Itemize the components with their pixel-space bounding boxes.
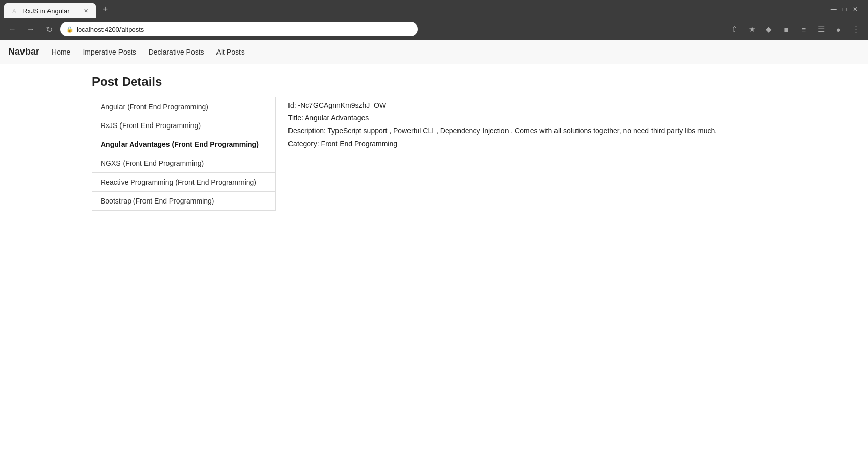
navbar: Navbar Home Imperative Posts Declarative… [0, 40, 868, 64]
post-id-label: Id: [288, 101, 298, 109]
address-bar-row: ← → ↻ 🔒 localhost:4200/altposts ⇧ ★ ◆ ■ … [0, 18, 868, 40]
url-text: localhost:4200/altposts [77, 26, 144, 33]
toolbar-right: ⇧ ★ ◆ ■ ≡ ☰ ● ⋮ [727, 22, 863, 36]
list-item[interactable]: Bootstrap (Front End Programming) [92, 192, 275, 210]
post-title-line: Title: Angular Advantages [288, 112, 776, 124]
bookmark-icon[interactable]: ★ [744, 22, 759, 36]
profile-icon[interactable]: ● [831, 22, 846, 36]
post-description-line: Description: TypeScript support , Powerf… [288, 124, 776, 137]
back-button[interactable]: ← [5, 22, 19, 36]
list-item[interactable]: Angular (Front End Programming) [92, 97, 275, 116]
active-tab[interactable]: A RxJS in Angular ✕ [4, 3, 96, 18]
window-controls: — □ ✕ [831, 6, 864, 13]
extension3-icon[interactable]: ≡ [797, 22, 811, 36]
list-item[interactable]: Reactive Programming (Front End Programm… [92, 173, 275, 192]
post-description-value: TypeScript support , Powerful CLI , Depe… [328, 126, 717, 135]
page-title: Post Details [92, 74, 776, 89]
nav-link-imperative-posts[interactable]: Imperative Posts [83, 46, 136, 58]
list-item[interactable]: NGXS (Front End Programming) [92, 154, 275, 173]
extension2-icon[interactable]: ■ [779, 22, 793, 36]
post-description-label: Description: [288, 126, 328, 135]
navbar-brand: Navbar [8, 46, 39, 57]
tab-title: RxJS in Angular [22, 7, 70, 15]
maximize-button[interactable]: □ [843, 6, 847, 13]
menu-icon[interactable]: ⋮ [849, 22, 863, 36]
posts-layout: Angular (Front End Programming) RxJS (Fr… [92, 97, 776, 211]
page-content: Navbar Home Imperative Posts Declarative… [0, 40, 868, 456]
post-category-line: Category: Front End Programming [288, 138, 776, 150]
main-content: Post Details Angular (Front End Programm… [0, 64, 868, 221]
lock-icon: 🔒 [66, 26, 74, 33]
tab-bar: A RxJS in Angular ✕ + — □ ✕ [0, 0, 868, 18]
post-detail: Id: -Nc7GCAgnnKm9szhJ_OW Title: Angular … [288, 97, 776, 153]
forward-button[interactable]: → [23, 22, 38, 36]
minimize-button[interactable]: — [831, 6, 837, 13]
nav-link-home[interactable]: Home [52, 46, 70, 58]
post-id-value: -Nc7GCAgnnKm9szhJ_OW [298, 101, 386, 109]
address-field[interactable]: 🔒 localhost:4200/altposts [60, 22, 418, 36]
sidebar-icon[interactable]: ☰ [814, 22, 828, 36]
post-category-value: Front End Programming [321, 140, 397, 148]
list-item-active[interactable]: Angular Advantages (Front End Programmin… [92, 135, 275, 154]
post-title-value: Angular Advantages [305, 114, 369, 122]
tab-favicon: A [10, 7, 18, 15]
nav-link-alt-posts[interactable]: Alt Posts [216, 46, 245, 58]
tab-close-button[interactable]: ✕ [82, 7, 90, 15]
share-icon[interactable]: ⇧ [727, 22, 741, 36]
list-item[interactable]: RxJS (Front End Programming) [92, 116, 275, 135]
reload-button[interactable]: ↻ [42, 22, 56, 36]
nav-link-declarative-posts[interactable]: Declarative Posts [149, 46, 204, 58]
new-tab-button[interactable]: + [98, 2, 112, 16]
post-category-label: Category: [288, 140, 321, 148]
post-title-label: Title: [288, 114, 305, 122]
close-window-button[interactable]: ✕ [853, 6, 858, 13]
post-id-line: Id: -Nc7GCAgnnKm9szhJ_OW [288, 99, 776, 112]
browser-chrome: A RxJS in Angular ✕ + — □ ✕ ← → ↻ 🔒 loca… [0, 0, 868, 40]
post-list: Angular (Front End Programming) RxJS (Fr… [92, 97, 276, 211]
extension1-icon[interactable]: ◆ [762, 22, 776, 36]
